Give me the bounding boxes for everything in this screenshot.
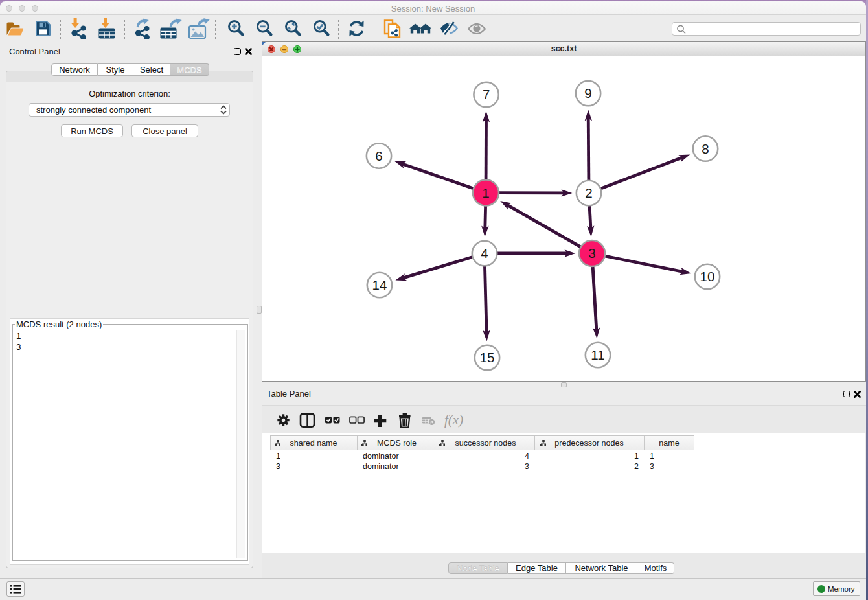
svg-text:4: 4 bbox=[481, 246, 488, 260]
svg-text:10: 10 bbox=[700, 269, 715, 284]
svg-text:7: 7 bbox=[483, 87, 490, 102]
svg-text:8: 8 bbox=[702, 141, 709, 156]
svg-text:2: 2 bbox=[585, 185, 592, 200]
svg-text:11: 11 bbox=[591, 347, 604, 362]
svg-text:f(x): f(x) bbox=[444, 413, 463, 428]
svg-text:15: 15 bbox=[480, 350, 495, 365]
svg-text:14: 14 bbox=[372, 277, 387, 292]
svg-text:3: 3 bbox=[588, 246, 595, 260]
svg-text:1: 1 bbox=[482, 185, 489, 200]
svg-text:9: 9 bbox=[584, 86, 591, 100]
svg-text:6: 6 bbox=[375, 148, 382, 163]
